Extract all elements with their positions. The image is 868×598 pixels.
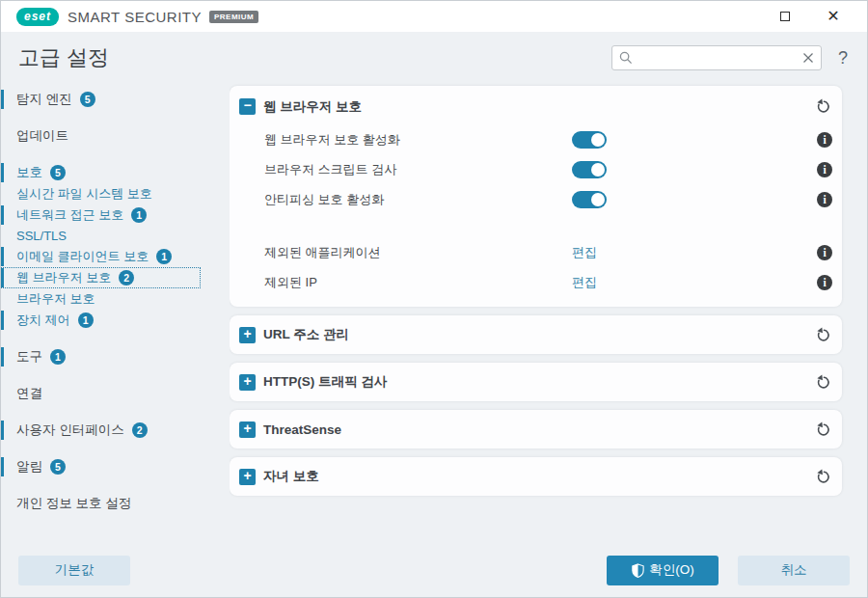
search-input[interactable] [633,51,802,65]
collapse-icon[interactable]: − [239,98,256,115]
toggle-switch[interactable] [572,161,607,178]
setting-row: 제외된 애플리케이션편집i [239,237,832,267]
sidebar-item[interactable]: 도구1 [1,346,201,367]
toggle-knob [591,163,605,177]
maximize-icon [780,12,790,21]
section-title: HTTP(S) 트래픽 검사 [263,373,387,391]
sidebar-item[interactable]: 업데이트 [1,125,201,147]
sidebar-item[interactable]: 이메일 클라이언트 보호1 [1,246,201,267]
reset-icon[interactable] [813,97,832,117]
collapsed-sections: +URL 주소 관리+HTTP(S) 트래픽 검사+ThreatSense+자녀… [230,315,842,496]
sidebar-item[interactable]: 알림5 [1,456,201,477]
modified-indicator-bar [1,163,4,182]
maximize-button[interactable] [773,4,798,29]
reset-icon[interactable] [813,325,832,344]
sidebar-item[interactable]: 연결 [1,383,201,404]
collapsed-section: +ThreatSense [230,410,842,448]
setting-label: 제외된 애플리케이션 [239,244,572,261]
setting-row: 안티피싱 보호 활성화i [239,184,832,214]
search-clear-icon[interactable] [802,52,814,64]
page-title: 고급 설정 [18,43,109,72]
collapsed-section: +URL 주소 관리 [230,315,842,354]
toggle-switch[interactable] [572,191,607,208]
count-badge: 2 [132,422,148,438]
section-title: ThreatSense [263,422,341,437]
count-badge: 1 [50,349,66,365]
modified-indicator-bar [1,247,4,266]
toggle-knob [591,193,605,206]
sidebar-item-label: 탐지 엔진 [16,91,72,108]
sidebar-item[interactable]: SSL/TLS [1,226,201,246]
toggle-switch[interactable] [572,131,607,149]
expand-icon[interactable]: + [239,327,256,343]
sidebar-item-label: 브라우저 보호 [16,290,95,308]
sidebar-item[interactable]: 브라우저 보호 [1,288,201,310]
expand-icon[interactable]: + [239,421,256,438]
section-rows: 웹 브라우저 보호 활성화i브라우저 스크립트 검사i안티피싱 보호 활성화i제… [230,119,842,307]
ok-button[interactable]: 확인(O) [607,556,719,585]
ok-button-label: 확인(O) [649,561,694,579]
sidebar-item-label: 장치 제어 [16,312,70,329]
section-header: − 웹 브라우저 보호 [230,86,842,119]
setting-label: 제외된 IP [239,274,572,291]
setting-row: 웹 브라우저 보호 활성화i [239,124,832,154]
setting-label: 웹 브라우저 보호 활성화 [239,131,572,149]
reset-icon[interactable] [813,467,832,486]
close-button[interactable]: ✕ [821,4,846,29]
count-badge: 2 [119,270,134,285]
modified-indicator-bar [1,205,4,225]
reset-icon[interactable] [813,372,832,392]
window-content: 고급 설정 ? 탐지 엔진5업데이트보호5실시간 파일 시스템 보호네트워크 접… [1,32,867,598]
edit-link[interactable]: 편집 [572,274,597,291]
sidebar-item[interactable]: 개인 정보 보호 설정 [1,493,201,514]
modified-indicator-bar [1,311,4,330]
brand-name: SMART SECURITY [68,9,202,25]
info-icon[interactable]: i [817,132,832,148]
sidebar-item[interactable]: 네트워크 접근 보호1 [1,204,201,226]
sidebar-item-label: 보호 [16,164,42,181]
default-button[interactable]: 기본값 [18,556,130,585]
sidebar-item[interactable]: 사용자 인터페이스2 [1,420,201,441]
edit-link[interactable]: 편집 [572,244,597,261]
expand-icon[interactable]: + [239,469,256,485]
eset-logo: eset [16,8,59,26]
sidebar-item-label: 실시간 파일 시스템 보호 [16,185,152,203]
setting-label: 브라우저 스크립트 검사 [239,161,572,178]
title-bar: eset SMART SECURITY PREMIUM ✕ [1,1,867,32]
info-icon[interactable]: i [817,275,832,290]
sidebar-item[interactable]: 보호5 [1,162,201,183]
sidebar-item-label: 연결 [16,385,42,402]
toggle-knob [591,133,605,147]
reset-icon[interactable] [813,420,832,439]
info-icon[interactable]: i [817,245,832,260]
setting-label: 안티피싱 보호 활성화 [239,191,572,208]
sidebar-item-label: 사용자 인터페이스 [16,421,124,439]
settings-panel: − 웹 브라우저 보호 웹 브라우저 보호 활성화i브라우저 스크립트 검사i안… [230,78,867,541]
collapsed-section: +자녀 보호 [230,457,842,496]
search-box[interactable] [611,45,822,70]
sidebar-item[interactable]: 실시간 파일 시스템 보호 [1,183,201,204]
setting-row: 제외된 IP편집i [239,267,832,297]
count-badge: 5 [50,459,66,475]
body: 탐지 엔진5업데이트보호5실시간 파일 시스템 보호네트워크 접근 보호1SSL… [1,78,867,541]
window-controls: ✕ [773,4,867,29]
count-badge: 1 [131,207,147,223]
sidebar-item[interactable]: 웹 브라우저 보호2 [1,267,201,288]
sidebar-item-label: 업데이트 [16,127,68,145]
section-title: URL 주소 관리 [263,326,349,343]
premium-badge: PREMIUM [209,11,258,23]
search-icon [619,51,633,65]
cancel-button[interactable]: 취소 [738,556,850,585]
modified-indicator-bar [1,421,4,440]
section-title: 웹 브라우저 보호 [263,98,362,116]
info-icon[interactable]: i [817,162,832,177]
help-icon[interactable]: ? [838,48,848,68]
count-badge: 5 [50,165,66,180]
expand-icon[interactable]: + [239,374,256,391]
sidebar-item[interactable]: 장치 제어1 [1,310,201,331]
row-spacer [239,214,832,237]
modified-indicator-bar [1,268,4,287]
info-icon[interactable]: i [817,192,832,207]
sidebar-item[interactable]: 탐지 엔진5 [1,89,201,110]
sidebar-item-label: 알림 [16,458,42,476]
